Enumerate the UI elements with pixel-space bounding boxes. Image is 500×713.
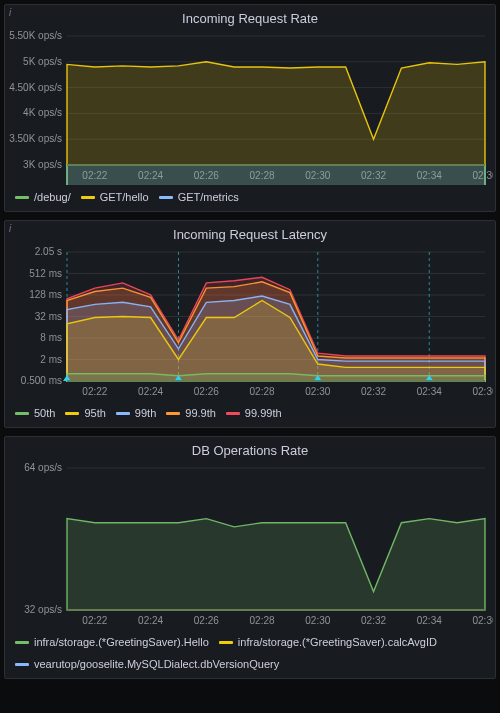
legend: 50th95th99th99.9th99.99th bbox=[5, 401, 495, 427]
x-tick-label: 02:32 bbox=[361, 386, 386, 397]
x-tick-label: 02:28 bbox=[250, 386, 275, 397]
legend: infra/storage.(*GreetingSaver).Helloinfr… bbox=[5, 630, 495, 678]
y-tick-label: 4K ops/s bbox=[23, 107, 62, 118]
y-tick-label: 4.50K ops/s bbox=[9, 82, 62, 93]
legend-item[interactable]: /debug/ bbox=[15, 191, 71, 203]
legend-item[interactable]: infra/storage.(*GreetingSaver).Hello bbox=[15, 636, 209, 648]
panel-title: Incoming Request Latency bbox=[5, 221, 495, 246]
legend-label: infra/storage.(*GreetingSaver).Hello bbox=[34, 636, 209, 648]
chart-panel: iIncoming Request Rate3K ops/s3.50K ops/… bbox=[4, 4, 496, 212]
x-tick-label: 02:22 bbox=[82, 615, 107, 626]
legend-label: GET/hello bbox=[100, 191, 149, 203]
legend-item[interactable]: vearutop/gooselite.MySQLDialect.dbVersio… bbox=[15, 658, 279, 670]
x-tick-label: 02:22 bbox=[82, 386, 107, 397]
info-icon[interactable]: i bbox=[9, 7, 11, 18]
x-tick-label: 02:28 bbox=[250, 615, 275, 626]
y-tick-label: 64 ops/s bbox=[24, 462, 62, 473]
chart-panel: iIncoming Request Latency0.500 ms2 ms8 m… bbox=[4, 220, 496, 428]
panel-title: Incoming Request Rate bbox=[5, 5, 495, 30]
legend-swatch bbox=[219, 641, 233, 644]
legend-swatch bbox=[116, 412, 130, 415]
legend-item[interactable]: 95th bbox=[65, 407, 105, 419]
chart-plot[interactable]: 3K ops/s3.50K ops/s4K ops/s4.50K ops/s5K… bbox=[5, 30, 493, 185]
x-tick-label: 02:26 bbox=[194, 386, 219, 397]
legend-swatch bbox=[15, 641, 29, 644]
x-tick-label: 02:30 bbox=[305, 615, 330, 626]
x-tick-label: 02:24 bbox=[138, 386, 163, 397]
legend-item[interactable]: GET/metrics bbox=[159, 191, 239, 203]
legend-swatch bbox=[226, 412, 240, 415]
y-tick-label: 8 ms bbox=[40, 332, 62, 343]
chart-plot[interactable]: 0.500 ms2 ms8 ms32 ms128 ms512 ms2.05 s0… bbox=[5, 246, 493, 401]
legend-label: 99.99th bbox=[245, 407, 282, 419]
legend-swatch bbox=[15, 196, 29, 199]
y-tick-label: 3K ops/s bbox=[23, 159, 62, 170]
y-tick-label: 5K ops/s bbox=[23, 56, 62, 67]
chart-panel: DB Operations Rate32 ops/s64 ops/s02:220… bbox=[4, 436, 496, 679]
panel-title: DB Operations Rate bbox=[5, 437, 495, 462]
legend-item[interactable]: GET/hello bbox=[81, 191, 149, 203]
legend-label: /debug/ bbox=[34, 191, 71, 203]
legend-item[interactable]: 99.99th bbox=[226, 407, 282, 419]
info-icon[interactable]: i bbox=[9, 223, 11, 234]
x-tick-label: 02:26 bbox=[194, 615, 219, 626]
chart-plot[interactable]: 32 ops/s64 ops/s02:2202:2402:2602:2802:3… bbox=[5, 462, 493, 630]
y-tick-label: 128 ms bbox=[29, 289, 62, 300]
legend-label: 99.9th bbox=[185, 407, 216, 419]
legend-label: GET/metrics bbox=[178, 191, 239, 203]
legend-swatch bbox=[166, 412, 180, 415]
x-tick-label: 02:34 bbox=[417, 615, 442, 626]
legend-swatch bbox=[15, 412, 29, 415]
y-tick-label: 512 ms bbox=[29, 268, 62, 279]
legend-label: 99th bbox=[135, 407, 156, 419]
legend-item[interactable]: 50th bbox=[15, 407, 55, 419]
legend-item[interactable]: 99.9th bbox=[166, 407, 216, 419]
legend-label: vearutop/gooselite.MySQLDialect.dbVersio… bbox=[34, 658, 279, 670]
legend-swatch bbox=[65, 412, 79, 415]
x-tick-label: 02:32 bbox=[361, 615, 386, 626]
y-tick-label: 2.05 s bbox=[35, 246, 62, 257]
x-tick-label: 02:30 bbox=[305, 386, 330, 397]
legend-swatch bbox=[159, 196, 173, 199]
y-tick-label: 32 ops/s bbox=[24, 604, 62, 615]
y-tick-label: 3.50K ops/s bbox=[9, 133, 62, 144]
legend-label: 50th bbox=[34, 407, 55, 419]
legend-label: 95th bbox=[84, 407, 105, 419]
y-tick-label: 2 ms bbox=[40, 354, 62, 365]
y-tick-label: 32 ms bbox=[35, 311, 62, 322]
x-tick-label: 02:36 bbox=[472, 386, 493, 397]
x-tick-label: 02:34 bbox=[417, 386, 442, 397]
x-tick-label: 02:24 bbox=[138, 615, 163, 626]
legend-label: infra/storage.(*GreetingSaver).calcAvgID bbox=[238, 636, 437, 648]
y-tick-label: 0.500 ms bbox=[21, 375, 62, 386]
legend-item[interactable]: infra/storage.(*GreetingSaver).calcAvgID bbox=[219, 636, 437, 648]
x-tick-label: 02:36 bbox=[472, 615, 493, 626]
legend-swatch bbox=[15, 663, 29, 666]
legend-item[interactable]: 99th bbox=[116, 407, 156, 419]
legend: /debug/GET/helloGET/metrics bbox=[5, 185, 495, 211]
y-tick-label: 5.50K ops/s bbox=[9, 30, 62, 41]
legend-swatch bbox=[81, 196, 95, 199]
